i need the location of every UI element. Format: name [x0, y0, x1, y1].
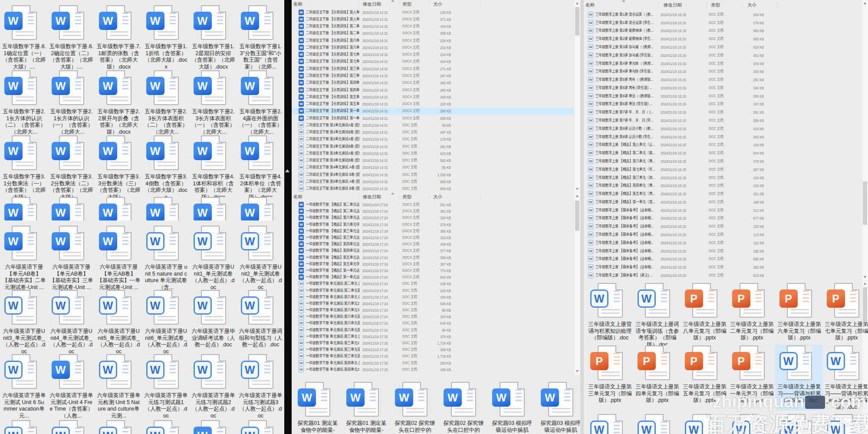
column-header-type[interactable]: 类型 — [400, 194, 430, 201]
file-row[interactable]: W二年级语文下册 【分层训练】第二单元...2024/11/19 14:31DO… — [292, 30, 574, 37]
file-item[interactable]: W五年级数学下册1.1折纸（含答案）（北师大版）.docx — [142, 4, 190, 70]
file-item[interactable]: W六年级英语下册Unit4_单元测试卷_（人教一起点）.doc — [48, 289, 95, 355]
file-item[interactable]: P三年级语文上册第三单元复习（部编版）.pptx — [586, 345, 634, 411]
file-row[interactable]: W一年级数学下册 单元测试-第二单元苏教...2024/11/19 17:24D… — [292, 287, 574, 293]
file-item[interactable]: W五年级数学下册1.3"分数王国"和"小数王国"（含答案）（北师... — [237, 4, 284, 70]
file-item[interactable]: W五年级数学下册2.3长方体表面积（二）（含答案）（北师大... — [142, 69, 190, 135]
file-item[interactable]: W — [823, 413, 868, 434]
file-item[interactable]: W — [0, 196, 48, 220]
file-item[interactable]: W探究题01 测定某食物中的能量- — [293, 381, 342, 434]
file-row[interactable]: W二年级语文下册 第2单元测试B卷 (统编...2024/11/19 14:31… — [292, 143, 574, 150]
file-row[interactable]: W一年级数学下册 单元测试-第三单元2 (...2024/11/19 17:25… — [292, 340, 574, 346]
file-row[interactable]: W三年级数学上册 第3讲 加与减（ (教师...2024/11/19 15:15… — [584, 43, 861, 51]
file-row[interactable]: W一年级数学下册 【精品】第二单元达标...2024/11/19 17:24DO… — [292, 201, 574, 208]
file-row[interactable]: W一年级数学下册 单元测试-第六单元苏教...2024/11/19 17:24D… — [292, 320, 574, 326]
file-row[interactable]: W三年级数学上册 【精品】第四单元《乘...2024/11/19 15:15DO… — [584, 181, 861, 190]
file-item[interactable]: W探究题02 探究馒头在口腔中的 — [439, 381, 488, 434]
file-item[interactable]: W六年级英语下册单元测试 Unit 6 Summer vacation单元... — [0, 353, 48, 419]
file-item[interactable]: W五年级数学下册2.4露在外面的面（一）（含答案）（北师大... — [237, 69, 284, 135]
file-item[interactable]: W — [95, 419, 142, 434]
file-row[interactable]: W二年级语文下册 第1单元测试A卷 (统编...2024/11/19 14:31… — [292, 122, 574, 128]
file-row[interactable]: W二年级语文下册 【分层训练】第四单元...2024/11/19 14:31DO… — [292, 79, 574, 86]
file-row[interactable]: W三年级数学上册 第8讲 认识小数（ (教...2024/11/19 15:15… — [584, 125, 861, 133]
file-row[interactable]: W二年级语文下册 【分层训练】第八单元...2024/11/19 14:31DO… — [292, 16, 574, 23]
file-item[interactable]: W六年级英语下册 unit 5 nature and culture 单元测试卷… — [142, 225, 190, 291]
file-row[interactable]: W二年级语文下册 【分层训练】第五单元...2024/11/19 14:31DO… — [292, 93, 574, 100]
scrollbar-thumb[interactable] — [863, 181, 867, 225]
file-row[interactable]: W三年级数学上册 【精品】第三单元《加...2024/11/19 15:15DO… — [584, 174, 861, 182]
column-header-size[interactable]: 大小 — [743, 2, 777, 9]
file-row[interactable]: W二年级语文下册 【分层训练】第三单元...2024/11/19 14:31DO… — [292, 65, 574, 72]
file-item[interactable]: W六年级英语下册词组和句型练习（人教一起点）.doc — [237, 289, 284, 355]
file-row[interactable]: W一年级数学下册 单元测试-第六单元2 (...2024/11/19 17:24… — [292, 300, 574, 307]
column-header-date[interactable]: 修改日期 — [658, 2, 707, 9]
file-item[interactable]: W — [95, 196, 142, 220]
scroll-up-icon[interactable] — [864, 2, 866, 4]
file-row[interactable]: W一年级数学下册 【精品】第四单元达标...2024/11/19 17:24DO… — [292, 247, 574, 254]
file-item[interactable]: W六年级英语下册【单元AB卷】【基础夯实】二单元测试卷-Unit ... — [0, 225, 48, 291]
file-item[interactable]: W探究题03 模拟呼吸运动中膈肌 — [488, 381, 536, 434]
file-row[interactable]: W二年级语文下册 【分层训练】第二单元...2024/11/19 14:31DO… — [292, 23, 574, 30]
file-row[interactable]: W一年级数学下册 单元测试-第二单元 (苏...2024/11/19 17:24… — [292, 280, 574, 287]
file-row[interactable]: W一年级数学下册 【精品】第五单元夺冠...2024/11/19 17:24DO… — [292, 261, 574, 267]
file-item[interactable]: W五年级数学下册4.2体积单位（含答案）（北师大版）.docx — [237, 135, 284, 201]
file-row[interactable]: W二年级语文下册 第3单元测试A卷 (统编...2024/11/19 14:31… — [292, 150, 574, 157]
file-item[interactable]: P三年级语文上册第八单元复习（部编版）.pptx — [681, 282, 728, 348]
file-row[interactable]: W三年级数学上册 【精品】第六单元《乘...2024/11/19 15:15DO… — [584, 157, 861, 165]
file-item[interactable]: W — [728, 413, 776, 434]
file-item[interactable]: W五年级数学下册2.3长方体表面积（一）（含答案）（北师大... — [190, 69, 237, 135]
scrollbar-thumb[interactable] — [575, 201, 579, 231]
file-row[interactable]: W二年级语文下册 【分层训练】第八单元...2024/11/19 14:31DO… — [292, 9, 574, 16]
file-row[interactable]: W一年级数学下册 【精品】第三单元达标...2024/11/19 17:24DO… — [292, 234, 574, 241]
scrollbar[interactable] — [861, 0, 868, 280]
file-row[interactable]: W三年级数学上册 第4讲 乘与除 (学生版...2024/11/19 15:15… — [584, 67, 861, 76]
file-row[interactable]: W三年级数学上册 【期末备考】 (达标检...2024/11/19 15:15D… — [584, 239, 861, 247]
file-row[interactable]: W一年级数学下册 单元测试-第四单元 (苏...2024/11/19 17:25… — [292, 360, 574, 366]
file-row[interactable]: W三年级数学上册 【期末备考】 (讲义) ...2024/11/19 15:15… — [584, 271, 861, 279]
file-row[interactable]: W三年级数学上册 【期末备考】 (达标检...2024/11/19 15:15D… — [584, 247, 861, 255]
scroll-up-icon[interactable] — [576, 2, 579, 4]
file-row[interactable]: W三年级数学上册 第7讲 年、月、日（ (...2024/11/19 15:15… — [584, 108, 861, 116]
file-item[interactable]: W六年级英语下册Unit2_单元测试卷（人教一起点）.doc — [237, 225, 284, 291]
file-row[interactable]: W三年级数学上册 第2讲 观察物体（ (教...2024/11/19 15:15… — [584, 27, 861, 35]
file-item[interactable]: W — [681, 413, 728, 434]
file-item[interactable]: W五年级数学下册3.3分数乘法（三）（含答案）（北师大版）.... — [95, 135, 142, 201]
column-header-name[interactable]: 名称 — [584, 2, 658, 9]
file-item[interactable]: W六年级英语下册单元检测 Unit 5 Nature and culture单元… — [95, 353, 142, 419]
file-item[interactable]: W六年级英语下册Unit3_单元测试卷_（人教一起点）.doc — [0, 289, 48, 355]
column-header-name[interactable]: 名称 — [292, 194, 359, 201]
file-row[interactable]: W二年级语文下册 【分层训练】第五单元...2024/11/19 14:31DO… — [292, 100, 574, 107]
file-row[interactable]: W二年级语文下册 第1单元测试B卷 (统编...2024/11/19 14:31… — [292, 129, 574, 136]
file-row[interactable]: W三年级数学上册 第7讲 年、月、日 (学...2024/11/19 15:15… — [584, 116, 861, 125]
file-row[interactable]: W一年级数学下册 【精品】第四单元达标...2024/11/19 17:24DO… — [292, 241, 574, 247]
file-item[interactable]: W三年级语文上册背诵与积累知识梳理（部编版）.doc — [586, 282, 634, 348]
column-header-type[interactable]: 类型 — [707, 2, 743, 9]
column-header-type[interactable]: 类型 — [400, 1, 430, 8]
file-row[interactable]: W三年级数学上册 【期末备考】 (达标检...2024/11/19 15:15D… — [584, 230, 861, 239]
scroll-up-icon[interactable] — [285, 169, 289, 172]
file-item[interactable]: P三年级语文上册第二单元复习（部编版）.pptx — [728, 282, 776, 348]
scroll-up-icon[interactable] — [576, 195, 579, 197]
file-row[interactable]: W三年级数学上册 第4讲 乘与除（ (教师...2024/11/19 15:15… — [584, 59, 861, 68]
file-item[interactable]: W — [48, 419, 95, 434]
file-row[interactable]: W三年级数学上册 第5讲 周长（ (教师版...2024/11/19 15:15… — [584, 76, 861, 84]
file-item[interactable]: W五年级数学下册2.1长方体的认识（二）（含答案）（北师大... — [0, 69, 48, 135]
file-row[interactable]: W二年级语文下册 【分层训练】第七单元...2024/11/19 14:31DO… — [292, 51, 574, 58]
file-row[interactable]: W二年级语文下册 【分层训练】第一单元...2024/11/19 14:31DO… — [292, 115, 574, 122]
file-row[interactable]: W二年级语文下册 【分层训练】第六单元...2024/11/19 14:31DO… — [292, 37, 574, 44]
file-row[interactable]: W二年级语文下册 第4单元测试 A卷 (统...2024/11/19 14:31… — [292, 164, 574, 171]
file-item[interactable]: W五年级数学下册2.2展开与折叠（含答案）（北师大版）.docx — [95, 69, 142, 135]
file-item[interactable]: W — [142, 196, 190, 220]
file-row[interactable]: W三年级数学上册 【期末备考】 (达标检...2024/11/19 15:15D… — [584, 222, 861, 230]
file-row[interactable]: W一年级数学下册 单元测试-第六单元3 (...2024/11/19 17:24… — [292, 307, 574, 313]
file-row[interactable]: W三年级数学上册 【精品】第八单元《认...2024/11/19 15:15DO… — [584, 141, 861, 149]
file-row[interactable]: W三年级数学上册 【期末备考】 (达标检...2024/11/19 15:15D… — [584, 214, 861, 223]
file-item[interactable]: W六年级英语下册单元测试-Unit 4 Free Time（含答案）（人教... — [48, 353, 95, 419]
file-row[interactable]: W二年级语文下册 【分层训练】第六单元...2024/11/19 14:31DO… — [292, 44, 574, 51]
file-item[interactable]: W — [237, 196, 284, 220]
file-item[interactable]: W六年级英语下册【单元AB卷】【基础夯实】一单元测试卷-Unit ... — [95, 225, 142, 291]
file-item[interactable]: W三年级语文上册复习——背诵与积累_extracted（部编版）.doc — [823, 345, 868, 411]
file-row[interactable]: W三年级数学上册 第5讲 周长 (学生版) ...2024/11/19 15:1… — [584, 84, 861, 92]
file-item[interactable]: W — [776, 413, 823, 434]
column-header-date[interactable]: 修改日期 — [359, 194, 400, 201]
